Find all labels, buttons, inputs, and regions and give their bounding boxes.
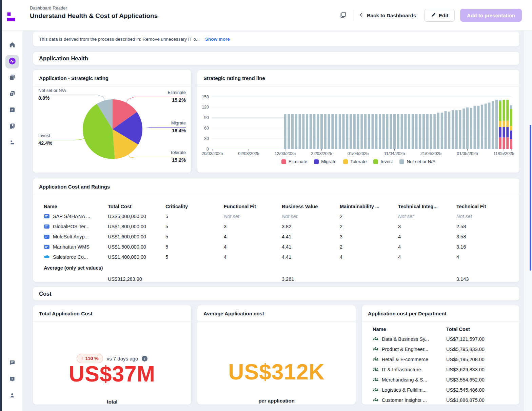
department-name: Data & Business Sy...: [382, 336, 429, 342]
department-row[interactable]: Retail & E-commerceUS$5,195,208.00: [373, 354, 519, 365]
copy-dashboard-button[interactable]: [339, 11, 348, 20]
department-row[interactable]: Customer Insights ...US$1,886,875.00: [373, 395, 519, 405]
department-row[interactable]: Logistics & Fulfillm...US$2,545,486.00: [373, 385, 519, 395]
sidebar-item-home[interactable]: [5, 39, 19, 52]
application-name-cell: GlobalPOS Ter...: [44, 223, 108, 230]
trend-bar-segment-not_set: [430, 114, 432, 149]
sidebar-item-dashboards[interactable]: [5, 55, 19, 68]
strategic-rating-pie-chart[interactable]: Eliminate15.2%Migrate18.4%Tolerate15.2%I…: [33, 86, 191, 173]
application-row[interactable]: SAP S/4HANA ...US$5,000,000.005Not setNo…: [44, 211, 519, 221]
info-icon[interactable]: i: [142, 356, 147, 361]
trend-bar-segment-not_set: [288, 114, 290, 149]
column-header-name[interactable]: Name: [44, 204, 108, 209]
svg-text:11/04/2025: 11/04/2025: [384, 151, 405, 156]
application-name-cell: Manhattan WMS: [44, 244, 108, 250]
add-to-presentation-button[interactable]: Add to presentation: [460, 9, 522, 22]
trend-bar-segment-not_set: [350, 114, 352, 149]
trend-bar-segment-not_set: [299, 114, 301, 149]
edit-button[interactable]: Edit: [424, 9, 455, 22]
application-row[interactable]: Salesforce Co...US$1,400,000.00544.41444: [44, 252, 519, 262]
department-row[interactable]: IT & InfrastructureUS$3,629,833.00: [373, 365, 519, 375]
sidebar-item-help[interactable]: ?: [5, 373, 19, 387]
scrollbar-track[interactable]: [524, 31, 532, 411]
legend-item-migrate[interactable]: Migrate: [314, 159, 336, 164]
pie-label-percent: 8.8%: [38, 95, 66, 101]
legend-item-invest[interactable]: Invest: [373, 159, 393, 164]
dept-column-header-name[interactable]: Name: [373, 327, 446, 332]
trend-bar-segment-not_set: [481, 105, 483, 149]
table-cell: 4: [398, 254, 456, 260]
trend-bar-segment-not_set: [408, 114, 410, 149]
workspace-logo-icon: [9, 139, 16, 147]
trend-bar-segment-not_set: [317, 114, 319, 149]
strategic-rating-trend-chart[interactable]: EliminateMigrateTolerateInvestNot set or…: [197, 86, 519, 173]
column-header-maintainability-[interactable]: Maintainability ...: [340, 204, 398, 209]
column-header-total-cost[interactable]: Total Cost: [108, 204, 165, 209]
show-more-link[interactable]: Show more: [205, 37, 230, 42]
table-cell: 3.16: [456, 244, 519, 250]
column-header-technical-fit[interactable]: Technical Fit: [456, 204, 519, 209]
people-icon: [373, 397, 379, 403]
sidebar-item-diagrams[interactable]: [5, 104, 19, 117]
average-label-row: Average (only set values): [44, 262, 519, 274]
trend-bar-segment-not_set: [372, 114, 374, 149]
total-application-cost-card: Total Application Cost ↑ 110 % vs 7 days…: [33, 305, 192, 405]
trend-bar-segment-invest: [499, 101, 501, 121]
application-name-cell: SAP S/4HANA ...: [44, 213, 108, 219]
legend-swatch: [314, 159, 319, 164]
application-name: MuleSoft Anyp...: [53, 234, 89, 239]
svg-text:01/04/2025: 01/04/2025: [348, 151, 369, 156]
trend-bar-segment-not_set: [470, 108, 472, 149]
sidebar-item-chat[interactable]: [5, 357, 19, 370]
department-row[interactable]: Product & Engineer...US$5,795,833.00: [373, 344, 519, 354]
department-cost: US$1,886,875.00: [446, 397, 519, 403]
trend-bar-segment-eliminate: [510, 139, 512, 149]
department-cost: US$3,554,652.00: [446, 377, 519, 383]
people-icon: [373, 367, 379, 373]
trend-bar-segment-eliminate: [503, 137, 505, 149]
sidebar-item-workspace[interactable]: [5, 136, 19, 150]
department-row[interactable]: Data & Business Sy...US$7,121,597.00: [373, 334, 519, 344]
department-cost: US$3,629,833.00: [446, 367, 519, 372]
total-cost-caption: total: [33, 399, 191, 405]
table-cell: 5: [165, 214, 224, 219]
section-title: Cost: [39, 291, 52, 297]
table-cell: 3: [224, 224, 282, 229]
application-row[interactable]: MuleSoft Anyp...US$1,600,000.00544.41343…: [44, 232, 519, 242]
column-header-functional-fit[interactable]: Functional Fit: [224, 204, 282, 209]
column-header-business-value[interactable]: Business Value: [282, 204, 340, 209]
trend-bar-segment-not_set: [353, 114, 356, 149]
trend-bar-segment-not_set: [404, 114, 407, 149]
legend-label: Not set or N/A: [407, 159, 435, 164]
pie-label-name: Invest: [38, 133, 52, 138]
pie-label-name: Eliminate: [168, 90, 186, 95]
application-row[interactable]: GlobalPOS Ter...US$1,800,000.00533.82232…: [44, 221, 519, 232]
sidebar-item-inventory[interactable]: [5, 87, 19, 101]
book-icon: [9, 123, 16, 131]
sidebar-item-user[interactable]: [5, 389, 19, 403]
table-cell: 4: [224, 234, 282, 239]
trend-bar-segment-not_set: [306, 114, 308, 149]
application-row[interactable]: Manhattan WMSUS$1,500,000.00544.41243.16: [44, 242, 519, 252]
sidebar-item-collections[interactable]: [5, 120, 19, 134]
trend-bar-segment-not_set: [339, 114, 341, 149]
back-to-dashboards-link[interactable]: Back to Dashboards: [359, 13, 416, 18]
legend-item-tolerate[interactable]: Tolerate: [343, 159, 367, 164]
trend-legend: EliminateMigrateTolerateInvestNot set or…: [197, 159, 519, 164]
legend-item-eliminate[interactable]: Eliminate: [281, 159, 308, 164]
total-cost-value: US$37M: [33, 361, 191, 387]
trend-bar-segment-not_set: [357, 114, 359, 149]
table-cell: 5: [165, 244, 224, 250]
column-header-criticality[interactable]: Criticality: [165, 204, 224, 209]
legend-item-not-set-or-n-a[interactable]: Not set or N/A: [399, 159, 435, 164]
department-row[interactable]: Merchandising & S...US$3,554,652.00: [373, 375, 519, 385]
trend-bar-segment-invest: [506, 100, 509, 121]
table-cell: 3: [340, 234, 398, 239]
dept-column-header-total-cost[interactable]: Total Cost: [446, 327, 519, 332]
legend-swatch: [343, 159, 348, 164]
column-header-technical-integ-[interactable]: Technical Integ...: [398, 204, 456, 209]
scrollbar-thumb[interactable]: [530, 125, 531, 271]
trend-bar-segment-not_set: [455, 110, 458, 149]
sidebar-item-reports[interactable]: [5, 71, 19, 85]
people-icon: [373, 377, 379, 383]
